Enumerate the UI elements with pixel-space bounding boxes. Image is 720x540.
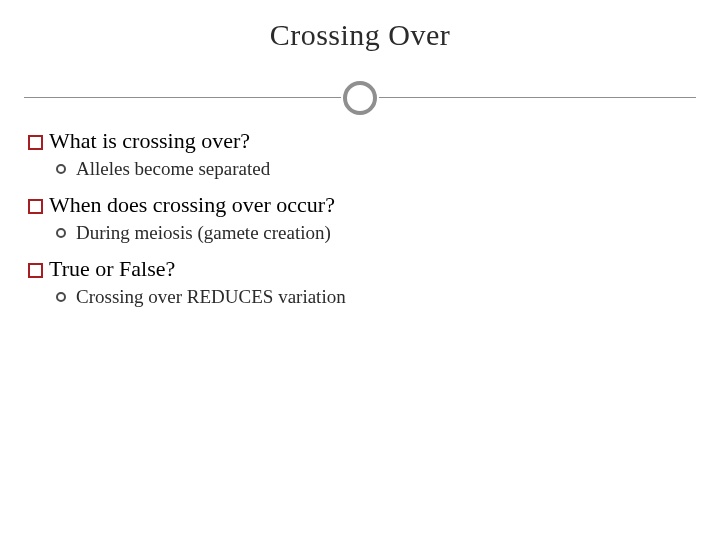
slide: Crossing Over What is crossing over? All… bbox=[0, 0, 720, 540]
bullet-text: What is crossing over? bbox=[49, 128, 250, 154]
bullet-level1: When does crossing over occur? bbox=[28, 192, 692, 218]
circle-bullet-icon bbox=[56, 292, 66, 302]
title-divider bbox=[0, 78, 720, 118]
bullet-level2: During meiosis (gamete creation) bbox=[56, 222, 692, 244]
square-bullet-icon bbox=[28, 263, 43, 278]
subbullet-text: Alleles become separated bbox=[76, 158, 270, 180]
ring-icon bbox=[343, 81, 377, 115]
bullet-level2: Crossing over REDUCES variation bbox=[56, 286, 692, 308]
square-bullet-icon bbox=[28, 135, 43, 150]
bullet-text: True or False? bbox=[49, 256, 175, 282]
bullet-level1: What is crossing over? bbox=[28, 128, 692, 154]
circle-bullet-icon bbox=[56, 228, 66, 238]
bullet-level1: True or False? bbox=[28, 256, 692, 282]
subbullet-text: Crossing over REDUCES variation bbox=[76, 286, 346, 308]
subbullet-text: During meiosis (gamete creation) bbox=[76, 222, 331, 244]
slide-title: Crossing Over bbox=[0, 18, 720, 52]
square-bullet-icon bbox=[28, 199, 43, 214]
content-area: What is crossing over? Alleles become se… bbox=[28, 128, 692, 320]
circle-bullet-icon bbox=[56, 164, 66, 174]
bullet-text: When does crossing over occur? bbox=[49, 192, 335, 218]
bullet-level2: Alleles become separated bbox=[56, 158, 692, 180]
